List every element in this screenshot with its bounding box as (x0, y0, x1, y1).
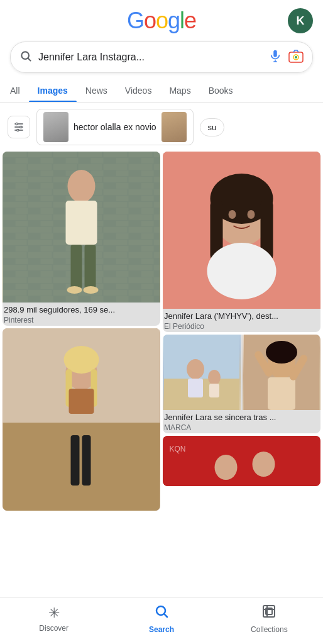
tab-all[interactable]: All (10, 79, 29, 102)
image-3-title: Jennifer Lara se sincera tras ... (164, 413, 319, 423)
image-2-title: Jennifer Lara ('MYHYV'), dest... (164, 311, 319, 322)
search-icon (19, 50, 32, 65)
image-result-4[interactable] (3, 328, 160, 511)
filter-chip-extra[interactable]: su (200, 118, 225, 136)
nav-collections-label: Collections (251, 625, 288, 634)
image-3a-photo (163, 335, 241, 410)
image-2-caption: Jennifer Lara ('MYHYV'), dest... El Peri… (163, 309, 320, 332)
nav-discover-label: Discover (39, 624, 68, 633)
image-result-5[interactable]: KQN (163, 436, 320, 486)
camera-icon[interactable] (288, 48, 304, 66)
svg-point-45 (187, 359, 204, 379)
svg-point-18 (68, 170, 96, 203)
svg-point-22 (67, 286, 82, 294)
svg-rect-31 (69, 389, 94, 414)
svg-point-12 (20, 126, 22, 128)
svg-line-1 (28, 58, 31, 61)
svg-point-52 (266, 341, 297, 364)
google-logo: Google (127, 8, 196, 34)
svg-rect-20 (71, 245, 82, 289)
svg-point-40 (207, 243, 276, 299)
image-3-pair (163, 335, 320, 410)
image-1-caption: 298.9 mil seguidores, 169 se... Pinteres… (3, 303, 160, 326)
svg-rect-55 (163, 436, 320, 486)
nav-search-label: Search (149, 625, 174, 634)
filter-row: hector olalla ex novio su (0, 103, 323, 152)
svg-point-23 (84, 286, 99, 294)
image-3-source: MARCA (164, 423, 319, 432)
svg-point-41 (229, 210, 236, 219)
image-1-source: Pinterest (4, 316, 159, 325)
image-2-photo (163, 152, 320, 309)
nav-tabs: All Images News Videos Maps Books (0, 79, 323, 103)
nav-search[interactable]: Search (107, 604, 215, 634)
svg-rect-48 (209, 384, 219, 397)
svg-rect-26 (3, 423, 160, 511)
tab-images[interactable]: Images (29, 79, 77, 102)
nav-discover[interactable]: ✳ Discover (0, 605, 107, 633)
filter-options-button[interactable] (8, 116, 30, 138)
image-1-title: 298.9 mil seguidores, 169 se... (4, 305, 159, 316)
image-grid: 298.9 mil seguidores, 169 se... Pinteres… (0, 152, 323, 513)
nav-collections[interactable]: Collections (216, 604, 323, 634)
image-result-3[interactable]: Jennifer Lara se sincera tras ... MARCA (163, 335, 320, 433)
filter-chip-right-thumb (162, 112, 187, 142)
svg-point-11 (16, 123, 18, 125)
image-result-1[interactable]: 298.9 mil seguidores, 169 se... Pinteres… (3, 152, 160, 326)
svg-line-60 (165, 614, 167, 617)
svg-rect-19 (66, 201, 97, 245)
image-3b-photo (243, 335, 320, 410)
image-1-photo (3, 152, 160, 303)
filter-chip-hector[interactable]: hector olalla ex novio (36, 109, 194, 145)
svg-point-7 (295, 56, 297, 58)
image-3-caption: Jennifer Lara se sincera tras ... MARCA (163, 410, 320, 433)
tab-videos[interactable]: Videos (116, 79, 161, 102)
svg-point-58 (253, 452, 275, 477)
chip-extra-label: su (208, 123, 217, 132)
search-query-text: Jennifer Lara Instagra... (38, 52, 262, 63)
svg-rect-51 (268, 377, 295, 410)
col-left: 298.9 mil seguidores, 169 se... Pinteres… (3, 152, 160, 511)
search-bar[interactable]: Jennifer Lara Instagra... (10, 42, 313, 73)
svg-rect-33 (82, 435, 91, 486)
svg-text:KQN: KQN (170, 445, 186, 453)
svg-point-57 (215, 455, 238, 480)
bottom-nav: ✳ Discover Search Collections (0, 597, 323, 644)
svg-point-47 (208, 370, 221, 385)
search-bar-container: Jennifer Lara Instagra... (0, 39, 323, 79)
tab-books[interactable]: Books (200, 79, 242, 102)
svg-rect-32 (71, 435, 80, 486)
collections-icon (261, 604, 276, 623)
filter-chip-label: hector olalla ex novio (74, 122, 156, 132)
image-2-source: El Periódico (164, 322, 319, 331)
tab-maps[interactable]: Maps (160, 79, 199, 102)
search-nav-icon (154, 604, 169, 623)
svg-rect-61 (263, 606, 275, 617)
discover-icon: ✳ (48, 605, 60, 621)
image-result-2[interactable]: Jennifer Lara ('MYHYV'), dest... El Peri… (163, 152, 320, 332)
svg-point-13 (17, 129, 19, 131)
svg-rect-21 (85, 245, 96, 289)
header: Google K (0, 0, 323, 39)
svg-rect-2 (273, 50, 277, 57)
svg-point-42 (248, 210, 255, 219)
filter-chip-left-thumb (43, 112, 68, 142)
col-right: Jennifer Lara ('MYHYV'), dest... El Peri… (163, 152, 320, 511)
image-4-photo (3, 328, 160, 511)
image-5-photo: KQN (163, 436, 320, 486)
avatar[interactable]: K (288, 8, 313, 33)
svg-rect-46 (188, 379, 203, 397)
tab-news[interactable]: News (77, 79, 116, 102)
mic-icon[interactable] (268, 49, 282, 65)
